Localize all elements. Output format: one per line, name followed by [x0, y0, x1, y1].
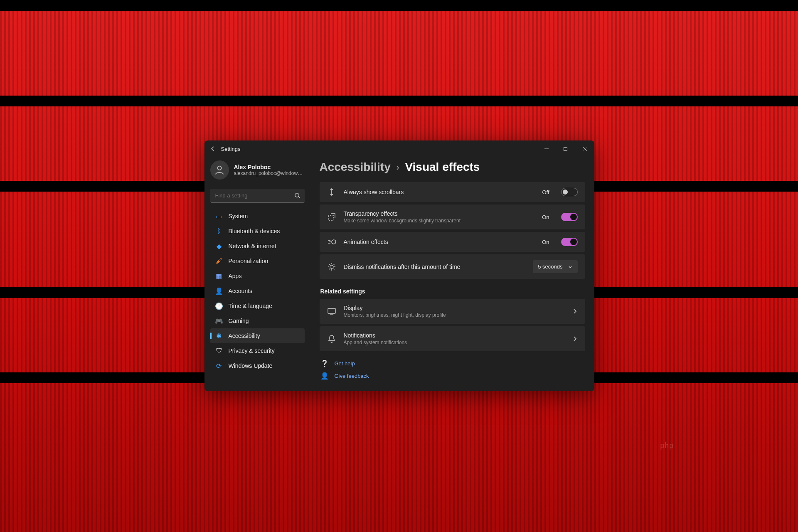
nav-label: Windows Update	[229, 362, 273, 369]
link-subtitle: Monitors, brightness, night light, displ…	[344, 312, 564, 318]
apps-icon: ▦	[215, 272, 223, 280]
wifi-icon: ◆	[215, 242, 223, 250]
sidebar-item-update[interactable]: ⟳Windows Update	[210, 358, 305, 373]
sidebar-item-apps[interactable]: ▦Apps	[210, 268, 305, 283]
window-title: Settings	[221, 146, 241, 152]
chevron-right-icon	[572, 308, 578, 314]
breadcrumb-parent[interactable]: Accessibility	[320, 160, 391, 174]
breadcrumb: Accessibility › Visual effects	[320, 160, 585, 174]
bell-icon	[327, 335, 336, 343]
sidebar: Alex Poloboc alexandru_poloboc@windowsre…	[204, 157, 310, 391]
search-icon	[294, 192, 300, 199]
search-box[interactable]	[210, 189, 305, 203]
nav-label: Apps	[229, 273, 242, 279]
setting-title: Animation effects	[344, 239, 533, 245]
dismiss-time-dropdown[interactable]: 5 seconds	[533, 260, 577, 273]
related-display[interactable]: Display Monitors, brightness, night ligh…	[320, 299, 585, 324]
related-settings-label: Related settings	[320, 288, 585, 295]
nav-label: System	[229, 213, 248, 219]
user-name: Alex Poloboc	[234, 164, 305, 170]
get-help-link[interactable]: ❔ Get help	[320, 357, 585, 369]
brightness-icon	[327, 263, 336, 271]
svg-rect-7	[328, 215, 333, 220]
sidebar-item-time[interactable]: 🕘Time & language	[210, 298, 305, 313]
svg-point-4	[217, 166, 221, 170]
setting-transparency: Transparency effects Make some window ba…	[320, 204, 585, 229]
link-title: Notifications	[344, 332, 564, 339]
toggle-state: On	[540, 214, 549, 220]
minimize-button[interactable]	[537, 140, 556, 157]
person-icon: 👤	[215, 287, 223, 295]
chevron-right-icon: ›	[397, 163, 399, 172]
related-notifications[interactable]: Notifications App and system notificatio…	[320, 326, 585, 351]
scroll-icon	[327, 188, 336, 196]
animation-toggle[interactable]	[561, 238, 578, 246]
user-block[interactable]: Alex Poloboc alexandru_poloboc@windowsre…	[210, 160, 305, 180]
nav-list: ▭System ᛒBluetooth & devices ◆Network & …	[210, 209, 305, 373]
link-subtitle: App and system notifications	[344, 340, 564, 345]
monitor-icon	[327, 308, 336, 315]
sidebar-item-accessibility[interactable]: ✱Accessibility	[210, 328, 305, 343]
sidebar-item-personalization[interactable]: 🖌Personalization	[210, 254, 305, 268]
animation-icon	[327, 239, 336, 245]
breadcrumb-leaf: Visual effects	[405, 160, 480, 174]
chevron-down-icon	[568, 264, 573, 269]
settings-window: Settings Alex Poloboc alexandru_poloboc@…	[204, 140, 594, 391]
avatar	[210, 160, 229, 180]
sidebar-item-accounts[interactable]: 👤Accounts	[210, 283, 305, 298]
svg-point-8	[332, 240, 336, 244]
sidebar-item-gaming[interactable]: 🎮Gaming	[210, 313, 305, 328]
chevron-right-icon	[572, 336, 578, 342]
person-icon	[214, 164, 225, 176]
nav-label: Accounts	[229, 288, 253, 294]
user-email: alexandru_poloboc@windowsreport…	[234, 170, 305, 176]
nav-label: Bluetooth & devices	[229, 228, 280, 234]
setting-subtitle: Make some window backgrounds slightly tr…	[344, 218, 533, 224]
svg-point-5	[295, 193, 298, 197]
scrollbars-toggle[interactable]	[561, 188, 578, 196]
setting-dismiss-time: Dismiss notifications after this amount …	[320, 254, 585, 279]
close-icon	[582, 146, 587, 151]
dropdown-value: 5 seconds	[538, 264, 562, 270]
link-title: Display	[344, 305, 564, 311]
bluetooth-icon: ᛒ	[215, 227, 223, 235]
close-button[interactable]	[575, 140, 594, 157]
maximize-button[interactable]	[556, 140, 575, 157]
setting-animation: Animation effects On	[320, 232, 585, 252]
sidebar-item-network[interactable]: ◆Network & internet	[210, 239, 305, 254]
nav-label: Time & language	[229, 303, 272, 309]
svg-rect-1	[564, 147, 567, 150]
transparency-icon	[327, 213, 336, 221]
search-input[interactable]	[210, 189, 305, 203]
link-text: Give feedback	[335, 373, 369, 379]
transparency-toggle[interactable]	[561, 213, 578, 221]
nav-label: Personalization	[229, 258, 268, 264]
help-icon: ❔	[320, 360, 329, 367]
sidebar-item-system[interactable]: ▭System	[210, 209, 305, 224]
maximize-icon	[563, 147, 568, 151]
setting-title: Always show scrollbars	[344, 189, 533, 195]
svg-rect-13	[328, 308, 335, 313]
arrow-left-icon	[209, 145, 216, 152]
clock-icon: 🕘	[215, 302, 223, 310]
sidebar-item-bluetooth[interactable]: ᛒBluetooth & devices	[210, 224, 305, 239]
svg-point-12	[330, 265, 333, 268]
nav-label: Gaming	[229, 318, 249, 324]
sidebar-item-privacy[interactable]: 🛡Privacy & security	[210, 343, 305, 358]
minimize-icon	[544, 146, 549, 151]
setting-title: Dismiss notifications after this amount …	[344, 264, 526, 270]
give-feedback-link[interactable]: 👤 Give feedback	[320, 369, 585, 382]
accessibility-icon: ✱	[215, 332, 223, 340]
shield-icon: 🛡	[215, 347, 223, 355]
back-button[interactable]	[204, 145, 221, 152]
svg-line-6	[298, 197, 300, 198]
nav-label: Privacy & security	[229, 347, 275, 354]
feedback-icon: 👤	[320, 372, 329, 380]
nav-label: Network & internet	[229, 243, 276, 249]
brush-icon: 🖌	[215, 257, 223, 265]
main-panel: Accessibility › Visual effects Always sh…	[310, 157, 594, 391]
link-text: Get help	[335, 360, 355, 367]
titlebar: Settings	[204, 140, 594, 157]
gamepad-icon: 🎮	[215, 317, 223, 325]
toggle-state: On	[540, 239, 549, 245]
